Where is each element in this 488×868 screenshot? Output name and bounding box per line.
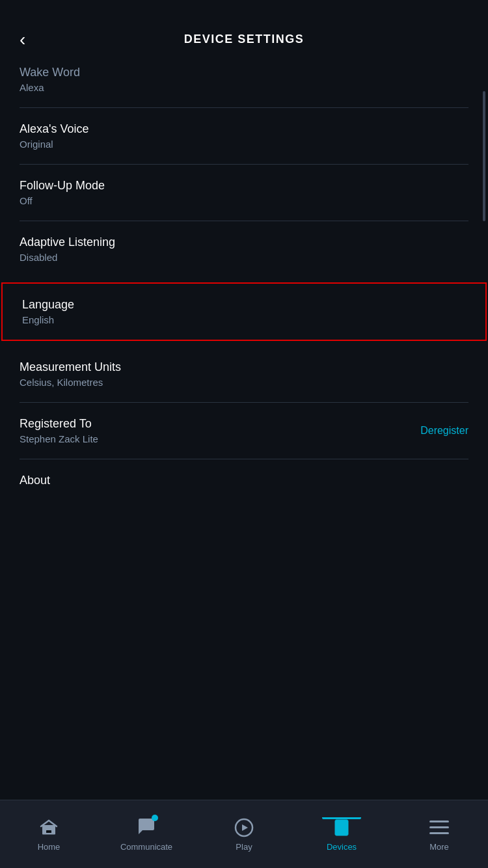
svg-rect-7 <box>429 826 449 828</box>
header: ‹ DEVICE SETTINGS <box>0 0 488 59</box>
adaptive-listening-value: Disabled <box>20 252 468 263</box>
nav-item-home[interactable]: Home <box>0 817 98 852</box>
registered-to-value: Stephen Zack Lite <box>20 433 403 444</box>
language-item[interactable]: Language English <box>1 282 487 341</box>
active-indicator <box>322 817 361 819</box>
back-button[interactable]: ‹ <box>20 29 25 50</box>
wake-word-title: Wake Word <box>20 66 468 79</box>
svg-rect-8 <box>429 832 449 834</box>
svg-point-4 <box>340 831 343 834</box>
measurement-units-item[interactable]: Measurement Units Celsius, Kilometres <box>0 346 488 402</box>
svg-rect-2 <box>42 833 55 835</box>
nav-item-devices[interactable]: Devices <box>293 817 390 852</box>
bottom-nav: Home Communicate Play <box>0 800 488 868</box>
language-title: Language <box>22 298 466 312</box>
devices-label: Devices <box>327 842 357 852</box>
wake-word-partial: Wake Word Alexa <box>0 59 488 107</box>
measurement-units-title: Measurement Units <box>20 360 468 374</box>
alexas-voice-value: Original <box>20 139 468 150</box>
page-title: DEVICE SETTINGS <box>20 33 468 46</box>
language-value: English <box>22 314 466 325</box>
registered-to-item[interactable]: Registered To Stephen Zack Lite Deregist… <box>0 403 488 459</box>
play-icon <box>234 817 254 838</box>
nav-item-communicate[interactable]: Communicate <box>98 817 195 852</box>
settings-list: Alexa's Voice Original Follow-Up Mode Of… <box>0 108 488 504</box>
adaptive-listening-title: Adaptive Listening <box>20 236 468 249</box>
scrollbar[interactable] <box>483 91 485 221</box>
more-icon <box>429 817 450 838</box>
about-item[interactable]: About <box>0 459 488 504</box>
follow-up-mode-item[interactable]: Follow-Up Mode Off <box>0 165 488 221</box>
nav-item-play[interactable]: Play <box>195 817 293 852</box>
follow-up-mode-value: Off <box>20 195 468 206</box>
wake-word-value: Alexa <box>20 82 468 93</box>
notification-dot <box>152 815 158 821</box>
deregister-button[interactable]: Deregister <box>420 425 468 437</box>
about-title: About <box>20 474 468 487</box>
svg-rect-5 <box>337 824 346 830</box>
alexas-voice-title: Alexa's Voice <box>20 122 468 136</box>
home-label: Home <box>38 842 61 852</box>
play-label: Play <box>236 842 252 852</box>
nav-item-more[interactable]: More <box>390 817 488 852</box>
communicate-icon <box>136 817 157 838</box>
adaptive-listening-item[interactable]: Adaptive Listening Disabled <box>0 221 488 277</box>
measurement-units-value: Celsius, Kilometres <box>20 377 468 388</box>
communicate-label: Communicate <box>120 842 172 852</box>
home-icon <box>38 817 59 838</box>
alexas-voice-item[interactable]: Alexa's Voice Original <box>0 108 488 164</box>
devices-icon <box>331 817 352 838</box>
registered-to-title: Registered To <box>20 417 403 431</box>
svg-rect-6 <box>429 821 449 822</box>
more-label: More <box>429 842 449 852</box>
follow-up-mode-title: Follow-Up Mode <box>20 179 468 193</box>
